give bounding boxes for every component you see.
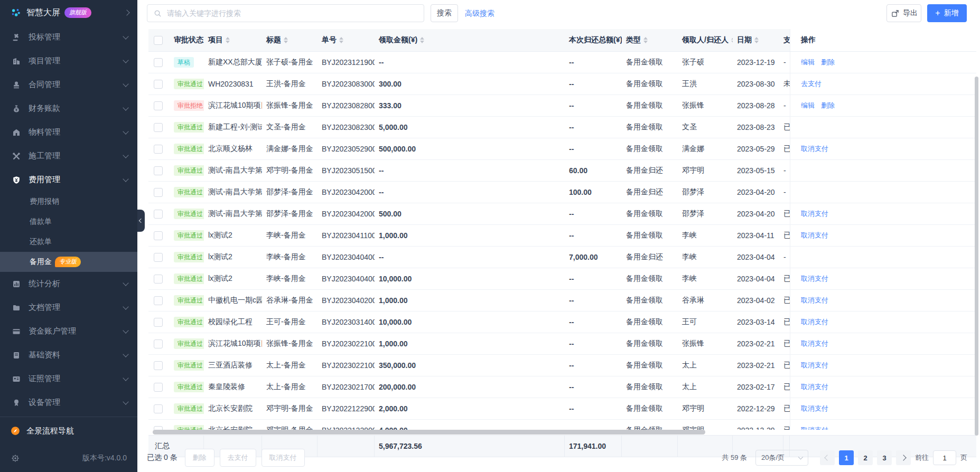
sort-icon[interactable]: [754, 37, 759, 43]
sidebar-item-smart-screen[interactable]: 智慧大屏 旗舰版: [0, 0, 137, 25]
panorama-flow-nav[interactable]: 全景流程导航: [0, 417, 137, 445]
row-checkbox[interactable]: [154, 166, 163, 175]
sort-icon[interactable]: [643, 37, 648, 43]
sidebar-item-contract[interactable]: 合同管理: [0, 73, 137, 97]
op-delete-link[interactable]: 删除: [821, 58, 835, 67]
sort-icon[interactable]: [420, 37, 424, 43]
title-cell: 李峡-备用金: [262, 225, 318, 246]
sidebar-subitem-reimburse[interactable]: 费用报销: [0, 192, 137, 212]
delete-button[interactable]: 删除: [185, 449, 214, 467]
vertical-scrollbar[interactable]: [975, 77, 978, 436]
row-checkbox[interactable]: [154, 101, 163, 110]
horizontal-scrollbar[interactable]: [153, 430, 705, 435]
row-checkbox[interactable]: [154, 275, 163, 284]
op-cancel-pay-link[interactable]: 取消支付: [801, 426, 828, 430]
summary-returned-total: 171,941.00: [565, 436, 622, 457]
row-actions-cell: [790, 182, 976, 203]
op-cancel-pay-link[interactable]: 取消支付: [801, 317, 828, 327]
amount-cell: 4,000.00: [375, 420, 565, 430]
search-input[interactable]: [166, 8, 418, 18]
sidebar-item-label: 项目管理: [29, 56, 60, 66]
row-checkbox[interactable]: [154, 404, 163, 413]
sidebar-subitem-loan[interactable]: 借款单: [0, 212, 137, 232]
next-page-button[interactable]: [896, 450, 911, 465]
goto-page-input[interactable]: [933, 450, 956, 465]
add-button[interactable]: + 新增: [927, 4, 967, 22]
op-cancel-pay-link[interactable]: 取消支付: [801, 361, 828, 370]
sidebar-item-funds[interactable]: 资金账户管理: [0, 319, 137, 343]
code-cell: BYJ20230515001: [318, 160, 375, 181]
row-checkbox[interactable]: [154, 383, 163, 392]
op-edit-link[interactable]: 编辑: [801, 58, 815, 67]
prev-page-button[interactable]: [820, 450, 835, 465]
sidebar-item-expense[interactable]: 费用管理: [0, 168, 137, 192]
sidebar-item-stats[interactable]: 统计分析: [0, 272, 137, 296]
page-1-button[interactable]: 1: [839, 450, 854, 465]
col-code[interactable]: 单号: [318, 29, 375, 51]
op-cancel-pay-link[interactable]: 取消支付: [801, 339, 828, 348]
row-checkbox[interactable]: [154, 318, 163, 327]
sidebar-item-basic[interactable]: 基础资料: [0, 343, 137, 367]
sidebar-item-device[interactable]: 设备管理: [0, 391, 137, 414]
row-checkbox[interactable]: [154, 426, 163, 430]
op-cancel-pay-link[interactable]: 取消支付: [801, 209, 828, 219]
col-type[interactable]: 类型: [622, 29, 678, 51]
row-checkbox[interactable]: [154, 188, 163, 197]
row-checkbox[interactable]: [154, 210, 163, 219]
row-checkbox[interactable]: [154, 231, 163, 240]
sidebar-collapse-handle[interactable]: [137, 210, 145, 232]
pay-button[interactable]: 去支付: [220, 449, 256, 467]
sidebar-item-bid[interactable]: 投标管理: [0, 25, 137, 49]
sidebar-item-label: 证照管理: [29, 374, 60, 384]
page-2-button[interactable]: 2: [858, 450, 873, 465]
gear-icon[interactable]: [11, 454, 20, 462]
add-label: 新增: [944, 8, 959, 18]
select-all-checkbox[interactable]: [154, 36, 163, 45]
sidebar-item-license[interactable]: 证照管理: [0, 367, 137, 391]
op-pay-link[interactable]: 去支付: [801, 79, 822, 89]
person-cell: 李峡: [678, 268, 733, 289]
col-amount[interactable]: 领取金额(¥): [375, 29, 565, 51]
sidebar-item-construction[interactable]: 施工管理: [0, 144, 137, 168]
search-button[interactable]: 搜索: [431, 4, 458, 22]
op-cancel-pay-link[interactable]: 取消支付: [801, 144, 828, 154]
row-checkbox[interactable]: [154, 80, 163, 89]
row-checkbox[interactable]: [154, 123, 163, 132]
sidebar-item-docs[interactable]: 文档管理: [0, 296, 137, 319]
sidebar-item-finance[interactable]: 财务账款: [0, 97, 137, 120]
sidebar-subitem-reserve-fund[interactable]: 备用金专业版: [0, 252, 137, 272]
op-cancel-pay-link[interactable]: 取消支付: [801, 296, 828, 305]
col-returned[interactable]: 本次归还总额(¥): [565, 29, 622, 51]
op-cancel-pay-link[interactable]: 取消支付: [801, 404, 828, 413]
export-button[interactable]: 导出: [886, 4, 921, 22]
project-cell: 北京长安剧院: [204, 420, 262, 430]
sort-icon[interactable]: [339, 37, 343, 43]
page-3-button[interactable]: 3: [877, 450, 892, 465]
sidebar-item-material[interactable]: 物料管理: [0, 120, 137, 144]
col-title[interactable]: 标题: [262, 29, 318, 51]
row-checkbox[interactable]: [154, 361, 163, 370]
table-row: 审批通过lx测试2李峡-备用金BYJ2023040400110,000.00--…: [148, 268, 976, 290]
sort-icon[interactable]: [226, 37, 230, 43]
advanced-search-link[interactable]: 高级搜索: [465, 9, 494, 18]
col-project[interactable]: 项目: [204, 29, 262, 51]
title-cell: 邓宇明-备用金: [262, 398, 318, 419]
op-cancel-pay-link[interactable]: 取消支付: [801, 382, 828, 392]
row-checkbox[interactable]: [154, 339, 163, 348]
pro-badge: 专业版: [55, 257, 81, 267]
sidebar-subitem-repayment[interactable]: 还款单: [0, 232, 137, 252]
cancel-pay-button[interactable]: 取消支付: [262, 449, 305, 467]
sidebar-item-project[interactable]: 项目管理: [0, 49, 137, 73]
col-person[interactable]: 领取人/归还人: [678, 29, 733, 51]
row-checkbox[interactable]: [154, 296, 163, 305]
op-edit-link[interactable]: 编辑: [801, 101, 815, 110]
row-checkbox[interactable]: [154, 253, 163, 262]
sort-icon[interactable]: [284, 37, 288, 43]
op-cancel-pay-link[interactable]: 取消支付: [801, 274, 828, 284]
page-size-select[interactable]: 20条/页: [755, 450, 808, 466]
row-checkbox[interactable]: [154, 58, 163, 67]
row-checkbox[interactable]: [154, 145, 163, 154]
op-delete-link[interactable]: 删除: [821, 101, 835, 110]
col-date[interactable]: 日期: [733, 29, 783, 51]
op-cancel-pay-link[interactable]: 取消支付: [801, 231, 828, 240]
